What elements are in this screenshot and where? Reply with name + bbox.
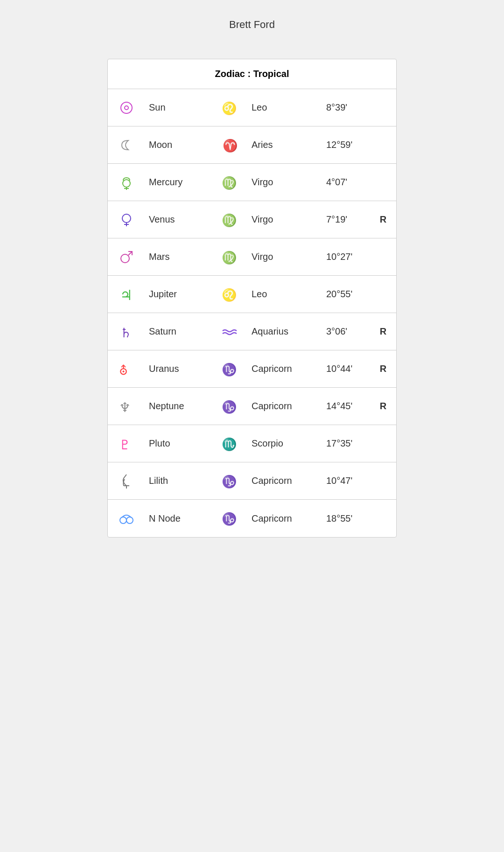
planet-name-mars: Mars bbox=[145, 247, 210, 267]
planet-name-nnode: N Node bbox=[145, 509, 210, 529]
retro-moon bbox=[374, 140, 392, 150]
svg-point-8 bbox=[122, 214, 131, 223]
degree-mercury: 4°07' bbox=[322, 172, 374, 192]
sign-name-virgo: Virgo bbox=[248, 247, 322, 267]
retro-uranus: R bbox=[374, 359, 392, 379]
svg-point-12 bbox=[121, 254, 129, 263]
table-row: Venus♍Virgo7°19'R bbox=[108, 201, 396, 238]
retro-neptune: R bbox=[374, 396, 392, 416]
sign-name-virgo: Virgo bbox=[248, 210, 322, 230]
sign-symbol-virgo: ♍ bbox=[210, 207, 248, 233]
planet-symbol-saturn: ♄ bbox=[108, 319, 145, 345]
degree-pluto: 17°35' bbox=[322, 433, 374, 454]
sign-symbol-leo: ♌ bbox=[210, 95, 248, 121]
degree-lilith: 10°47' bbox=[322, 471, 374, 491]
degree-jupiter: 20°55' bbox=[322, 284, 374, 304]
table-row: ⛢Uranus♑Capricorn10°44'R bbox=[108, 350, 396, 388]
planet-name-moon: Moon bbox=[145, 135, 210, 155]
degree-neptune: 14°45' bbox=[322, 396, 374, 416]
svg-text:♈: ♈ bbox=[223, 138, 238, 153]
planet-symbol-pluto: ♇ bbox=[108, 431, 145, 457]
planet-symbol-uranus: ⛢ bbox=[108, 356, 145, 382]
svg-text:♄: ♄ bbox=[120, 326, 132, 340]
planet-symbol-mercury bbox=[108, 169, 145, 196]
planet-symbol-sun bbox=[108, 95, 145, 121]
table-row: Sun♌Leo8°39' bbox=[108, 89, 396, 126]
planet-symbol-venus bbox=[108, 207, 145, 233]
retro-mercury bbox=[374, 178, 392, 187]
svg-text:⛢: ⛢ bbox=[119, 364, 128, 377]
svg-text:♇: ♇ bbox=[119, 438, 131, 452]
sign-name-capricorn: Capricorn bbox=[248, 396, 322, 416]
svg-text:♌: ♌ bbox=[222, 287, 237, 302]
svg-text:♍: ♍ bbox=[222, 175, 237, 190]
planet-name-saturn: Saturn bbox=[145, 321, 210, 342]
retro-pluto bbox=[374, 439, 392, 448]
planet-name-neptune: Neptune bbox=[145, 396, 210, 416]
svg-point-1 bbox=[125, 106, 128, 110]
svg-point-27 bbox=[120, 517, 126, 524]
sign-name-capricorn: Capricorn bbox=[248, 471, 322, 491]
planet-name-lilith: Lilith bbox=[145, 471, 210, 491]
page-title: Brett Ford bbox=[229, 19, 275, 31]
svg-text:♑: ♑ bbox=[222, 511, 237, 526]
sign-symbol-capricorn: ♑ bbox=[210, 468, 248, 494]
sign-name-scorpio: Scorpio bbox=[248, 433, 322, 454]
svg-text:♏: ♏ bbox=[222, 437, 237, 452]
svg-text:♑: ♑ bbox=[222, 362, 237, 377]
table-row: Mercury♍Virgo4°07' bbox=[108, 164, 396, 201]
degree-saturn: 3°06' bbox=[322, 321, 374, 342]
sign-symbol-aries: ♈ bbox=[210, 132, 248, 158]
table-row: ♃Jupiter♌Leo20°55' bbox=[108, 276, 396, 313]
sign-symbol-aquarius bbox=[210, 319, 248, 345]
sign-name-aquarius: Aquarius bbox=[248, 321, 322, 342]
degree-sun: 8°39' bbox=[322, 98, 374, 118]
svg-point-28 bbox=[126, 517, 133, 524]
sign-symbol-virgo: ♍ bbox=[210, 169, 248, 196]
degree-venus: 7°19' bbox=[322, 210, 374, 230]
svg-text:♍: ♍ bbox=[222, 213, 237, 228]
planet-symbol-nnode bbox=[108, 505, 145, 531]
retro-sun bbox=[374, 103, 392, 112]
retro-jupiter bbox=[374, 290, 392, 299]
table-row: Moon♈Aries12°59' bbox=[108, 126, 396, 164]
sign-name-capricorn: Capricorn bbox=[248, 359, 322, 379]
sign-symbol-scorpio: ♏ bbox=[210, 431, 248, 457]
sign-name-virgo: Virgo bbox=[248, 172, 322, 192]
sign-name-leo: Leo bbox=[248, 284, 322, 304]
svg-text:♃: ♃ bbox=[120, 287, 133, 303]
sign-symbol-capricorn: ♑ bbox=[210, 505, 248, 531]
sign-symbol-virgo: ♍ bbox=[210, 244, 248, 270]
planet-name-jupiter: Jupiter bbox=[145, 284, 210, 304]
planet-symbol-mars bbox=[108, 244, 145, 270]
svg-text:♌: ♌ bbox=[222, 101, 237, 116]
table-row: Mars♍Virgo10°27' bbox=[108, 238, 396, 276]
svg-text:♍: ♍ bbox=[222, 250, 237, 265]
table-row: ♇Pluto♏Scorpio17°35' bbox=[108, 425, 396, 462]
svg-text:♑: ♑ bbox=[222, 399, 237, 414]
planet-symbol-moon bbox=[108, 132, 145, 158]
sign-symbol-leo: ♌ bbox=[210, 281, 248, 307]
svg-point-0 bbox=[121, 102, 132, 113]
table-row: Lilith♑Capricorn10°47' bbox=[108, 462, 396, 500]
planet-name-mercury: Mercury bbox=[145, 172, 210, 192]
degree-mars: 10°27' bbox=[322, 247, 374, 267]
sign-symbol-capricorn: ♑ bbox=[210, 356, 248, 382]
svg-line-13 bbox=[128, 251, 132, 255]
degree-nnode: 18°55' bbox=[322, 509, 374, 529]
svg-text:♑: ♑ bbox=[222, 474, 237, 489]
degree-uranus: 10°44' bbox=[322, 359, 374, 379]
planet-name-uranus: Uranus bbox=[145, 359, 210, 379]
zodiac-table: Zodiac : Tropical Sun♌Leo8°39'Moon♈Aries… bbox=[107, 59, 397, 538]
table-header: Zodiac : Tropical bbox=[108, 59, 396, 89]
retro-mars bbox=[374, 252, 392, 262]
planet-name-venus: Venus bbox=[145, 210, 210, 230]
degree-moon: 12°59' bbox=[322, 135, 374, 155]
planet-symbol-lilith bbox=[108, 468, 145, 494]
sign-name-capricorn: Capricorn bbox=[248, 509, 322, 529]
svg-point-4 bbox=[123, 180, 130, 187]
table-row: ♆Neptune♑Capricorn14°45'R bbox=[108, 388, 396, 425]
retro-venus: R bbox=[374, 210, 392, 230]
sign-symbol-capricorn: ♑ bbox=[210, 393, 248, 419]
planet-name-pluto: Pluto bbox=[145, 433, 210, 454]
